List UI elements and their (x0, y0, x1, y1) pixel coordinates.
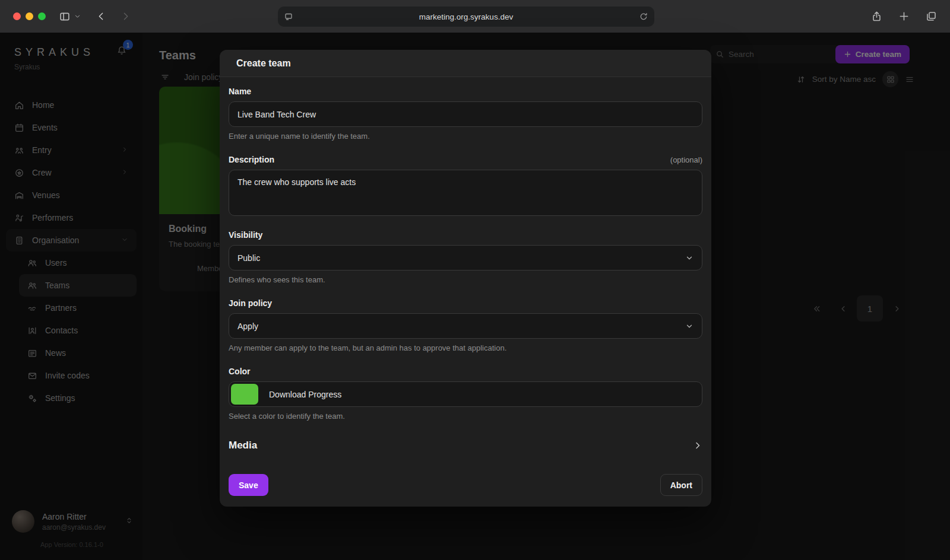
chevron-down-icon (685, 254, 694, 262)
save-button[interactable]: Save (229, 474, 268, 496)
description-textarea[interactable]: The crew who supports live acts (229, 170, 702, 216)
join-policy-value: Apply (238, 322, 258, 331)
media-section-toggle[interactable]: Media (229, 436, 702, 455)
new-tab-button[interactable] (898, 11, 910, 22)
chevron-left-icon (96, 11, 106, 21)
page-settings-icon[interactable] (284, 12, 293, 21)
color-helper: Select a color to identify the team. (229, 412, 702, 421)
optional-hint: (optional) (670, 155, 702, 164)
reload-icon[interactable] (639, 12, 648, 21)
join-policy-helper: Any member can apply to the team, but an… (229, 343, 702, 352)
create-team-modal: Create team Name Enter a unique name to … (220, 50, 711, 507)
join-policy-label: Join policy (229, 298, 702, 308)
abort-button[interactable]: Abort (660, 474, 702, 496)
chevron-down-icon (74, 13, 81, 20)
forward-button[interactable] (121, 11, 131, 21)
description-label: Description (229, 155, 274, 164)
tab-overview-button[interactable] (926, 11, 937, 22)
color-label: Color (229, 367, 702, 376)
tab-group-chevron-button[interactable] (74, 13, 81, 20)
visibility-label: Visibility (229, 230, 702, 240)
visibility-select[interactable]: Public (229, 245, 702, 271)
minimize-window-button[interactable] (26, 12, 33, 20)
color-swatch (231, 384, 258, 405)
close-window-button[interactable] (13, 12, 21, 20)
app-window: SYRAKUS Syrakus 1 Home Events Entry (0, 33, 950, 560)
browser-chrome: marketing.org.syrakus.dev (0, 0, 950, 33)
tabs-icon (926, 11, 937, 22)
color-picker[interactable]: Download Progress (229, 381, 702, 407)
zoom-window-button[interactable] (38, 12, 46, 20)
sidebar-icon (59, 11, 71, 23)
url-text: marketing.org.syrakus.dev (293, 12, 639, 21)
color-value: Download Progress (269, 390, 341, 399)
chevron-down-icon (685, 322, 694, 330)
visibility-value: Public (238, 253, 260, 263)
join-policy-select[interactable]: Apply (229, 313, 702, 339)
back-button[interactable] (96, 11, 106, 21)
modal-title: Create team (220, 50, 711, 77)
share-icon (871, 11, 882, 22)
chevron-right-icon (693, 441, 702, 450)
window-controls (13, 12, 46, 20)
name-helper: Enter a unique name to identify the team… (229, 132, 702, 141)
share-button[interactable] (871, 11, 882, 22)
name-label: Name (229, 87, 702, 96)
name-input[interactable] (229, 101, 702, 127)
chevron-right-icon (121, 11, 131, 21)
browser-sidebar-toggle-button[interactable] (59, 11, 71, 23)
address-bar[interactable]: marketing.org.syrakus.dev (278, 7, 654, 27)
visibility-helper: Defines who sees this team. (229, 275, 702, 284)
media-section-title: Media (229, 440, 257, 451)
plus-icon (898, 11, 910, 22)
